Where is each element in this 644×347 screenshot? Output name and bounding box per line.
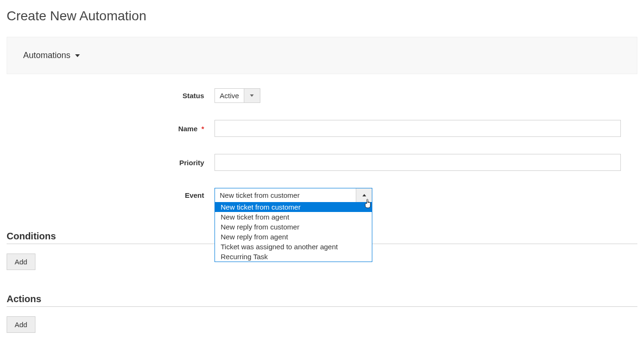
breadcrumb-bar: Automations xyxy=(7,37,637,74)
event-option-3[interactable]: New reply from agent xyxy=(215,232,372,242)
priority-row: Priority xyxy=(7,154,637,171)
event-dropdown-button[interactable] xyxy=(356,188,372,202)
priority-label: Priority xyxy=(7,159,215,167)
status-select[interactable]: Active xyxy=(215,88,260,103)
actions-header: Actions xyxy=(7,294,637,307)
event-row: Event New ticket from customer New ticke… xyxy=(7,188,637,203)
event-label: Event xyxy=(7,191,215,199)
triangle-up-icon xyxy=(362,194,366,196)
status-value: Active xyxy=(215,89,244,102)
status-label: Status xyxy=(7,92,215,100)
breadcrumb-label: Automations xyxy=(23,51,70,60)
name-input[interactable] xyxy=(215,120,621,137)
event-option-2[interactable]: New reply from customer xyxy=(215,222,372,232)
required-marker: * xyxy=(201,125,204,133)
name-label-wrap: Name * xyxy=(7,125,215,133)
name-row: Name * xyxy=(7,120,637,137)
add-condition-button[interactable]: Add xyxy=(7,254,35,270)
breadcrumb-automations[interactable]: Automations xyxy=(23,51,80,60)
page-title: Create New Automation xyxy=(7,8,637,24)
event-dropdown-list: New ticket from customer New ticket from… xyxy=(215,202,372,262)
event-option-0[interactable]: New ticket from customer xyxy=(215,202,372,212)
triangle-down-icon xyxy=(250,94,254,97)
event-option-5[interactable]: Recurring Task xyxy=(215,252,372,262)
add-action-button[interactable]: Add xyxy=(7,316,35,333)
event-option-4[interactable]: Ticket was assigned to another agent xyxy=(215,242,372,252)
event-select[interactable]: New ticket from customer New ticket from… xyxy=(215,188,372,203)
name-label: Name xyxy=(178,125,197,133)
caret-down-icon xyxy=(75,54,80,57)
status-dropdown-button[interactable] xyxy=(244,89,260,102)
status-row: Status Active xyxy=(7,88,637,103)
event-value: New ticket from customer xyxy=(215,188,356,202)
event-option-1[interactable]: New ticket from agent xyxy=(215,212,372,222)
priority-input[interactable] xyxy=(215,154,621,171)
